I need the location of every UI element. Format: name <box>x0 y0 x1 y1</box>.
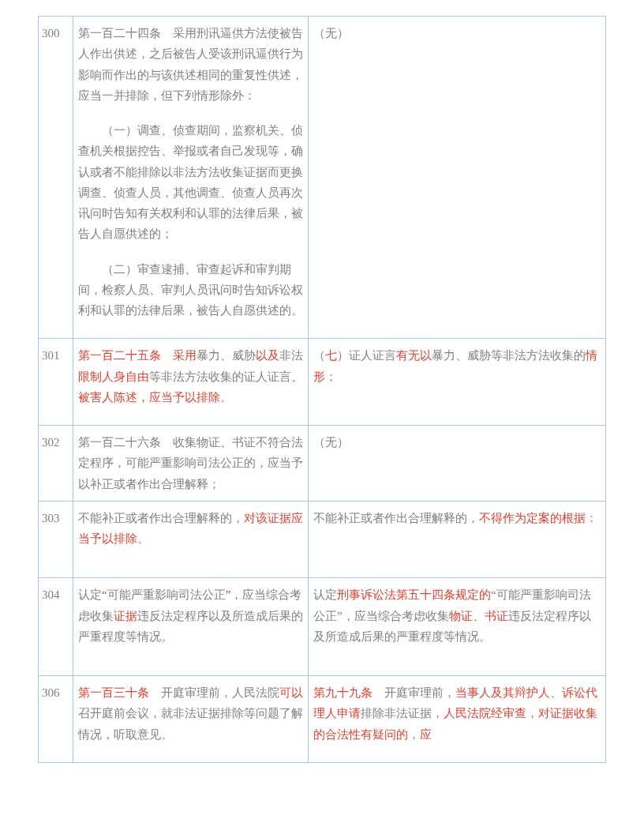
paragraph: （无） <box>313 432 601 453</box>
text-run: （ <box>313 349 325 362</box>
left-cell: 第一百二十六条 收集物证、书证不符合法定程序，可能严重影响司法公正的，应当予以补… <box>73 426 309 502</box>
table-row: 304认定“可能严重影响司法公正”，应当综合考虑收集证据违反法定程序以及所造成后… <box>39 578 606 676</box>
text-run: 限制人身自由 <box>78 370 149 383</box>
text-run: 、 <box>550 686 562 699</box>
right-cell: （七）证人证言有无以暴力、威胁等非法方法收集的情形； <box>309 339 606 426</box>
text-run: 开庭审理前， <box>373 686 455 699</box>
left-cell: 不能补正或者作出合理解释的，对该证据应当予以排除。 <box>73 501 309 578</box>
row-number: 302 <box>39 426 73 502</box>
text-run: 证据 <box>114 610 137 622</box>
text-run: 可以 <box>279 686 303 699</box>
table-row: 303不能补正或者作出合理解释的，对该证据应当予以排除。不能补正或者作出合理解释… <box>39 501 606 578</box>
comparison-table: 300第一百二十四条 采用刑讯逼供方法使被告人作出供述，之后被告人受该刑讯逼供行… <box>38 16 606 763</box>
row-number: 306 <box>39 676 73 763</box>
paragraph: （一）调查、侦查期间，监察机关、侦查机关根据控告、举报或者自己发现等，确认或者不… <box>78 120 303 245</box>
text-run: 。 <box>220 391 232 404</box>
text-run: 以及 <box>256 349 279 362</box>
text-run: 暴力、威胁等非法方法收集的 <box>432 349 586 362</box>
right-cell: 第九十九条 开庭审理前，当事人及其辩护人、诉讼代理人申请排除非法证据，人民法院经… <box>309 676 606 763</box>
right-cell: 认定刑事诉讼法第五十四条规定的“可能严重影响司法公正”，应当综合考虑收集物证、书… <box>309 578 606 676</box>
paragraph: 第一百二十四条 采用刑讯逼供方法使被告人作出供述，之后被告人受该刑讯逼供行为影响… <box>78 23 303 106</box>
paragraph: 第一百三十条 开庭审理前，人民法院可以召开庭前会议，就非法证据排除等问题了解情况… <box>78 682 303 745</box>
paragraph: 认定“可能严重影响司法公正”，应当综合考虑收集证据违反法定程序以及所造成后果的严… <box>78 584 303 647</box>
row-number: 300 <box>39 17 73 339</box>
text-run: 开庭审理前，人民法院 <box>149 686 279 699</box>
text-run: 第一百二十六条 收集物证、书证不符合法定程序，可能严重影响司法公正的，应当予以补… <box>78 436 303 490</box>
text-run: （无） <box>313 436 349 449</box>
text-run: ）证人证言 <box>337 349 396 362</box>
row-number: 304 <box>39 578 73 676</box>
right-cell: （无） <box>309 17 606 339</box>
paragraph: 第九十九条 开庭审理前，当事人及其辩护人、诉讼代理人申请排除非法证据，人民法院经… <box>313 682 601 745</box>
text-run: 暴力、威胁 <box>197 349 256 362</box>
text-run: 人民法院经审查 <box>444 707 526 719</box>
text-run: 当事人及其辩护人 <box>455 686 550 699</box>
text-run: 认定 <box>313 588 337 601</box>
text-run: （无） <box>313 27 349 39</box>
paragraph: 不能补正或者作出合理解释的，不得作为定案的根据： <box>313 508 601 528</box>
text-run: 不能补正或者作出合理解释的， <box>78 512 244 524</box>
text-run: 第九十九条 <box>313 686 373 699</box>
text-run: 第一百二十五条 采用 <box>78 349 197 362</box>
row-number: 303 <box>39 501 73 578</box>
text-run: （二）审查逮捕、审查起诉和审判期间，检察人员、审判人员讯问时告知诉讼权利和认罪的… <box>78 263 303 317</box>
table-row: 301第一百二十五条 采用暴力、威胁以及非法限制人身自由等非法方法收集的证人证言… <box>39 339 606 426</box>
table-row: 306第一百三十条 开庭审理前，人民法院可以召开庭前会议，就非法证据排除等问题了… <box>39 676 606 763</box>
text-run: 第一百二十四条 采用刑讯逼供方法使被告人作出供述，之后被告人受该刑讯逼供行为影响… <box>78 27 303 102</box>
left-cell: 认定“可能严重影响司法公正”，应当综合考虑收集证据违反法定程序以及所造成后果的严… <box>73 578 309 676</box>
paragraph: （二）审查逮捕、审查起诉和审判期间，检察人员、审判人员讯问时告知诉讼权利和认罪的… <box>78 259 303 321</box>
table-row: 302第一百二十六条 收集物证、书证不符合法定程序，可能严重影响司法公正的，应当… <box>39 426 606 502</box>
text-run: 召开庭前会议，就非法证据排除等问题了解情况，听取意见。 <box>78 707 303 740</box>
paragraph: 不能补正或者作出合理解释的，对该证据应当予以排除。 <box>78 508 303 550</box>
paragraph: 第一百二十六条 收集物证、书证不符合法定程序，可能严重影响司法公正的，应当予以补… <box>78 432 303 494</box>
text-run: ， <box>408 728 420 741</box>
text-run: 非法 <box>279 349 303 362</box>
text-run: ： <box>586 512 597 524</box>
text-run: 排除非法证据， <box>361 707 444 719</box>
paragraph: 第一百二十五条 采用暴力、威胁以及非法限制人身自由等非法方法收集的证人证言、被害… <box>78 345 303 408</box>
text-run: 七 <box>325 349 337 362</box>
text-run: 可能严重影响司法公正 <box>107 588 226 601</box>
left-cell: 第一百二十五条 采用暴力、威胁以及非法限制人身自由等非法方法收集的证人证言、被害… <box>73 339 309 426</box>
text-run: 有无以 <box>396 349 432 362</box>
paragraph: （无） <box>313 23 601 43</box>
text-run: “ <box>102 588 107 601</box>
text-run: 认定 <box>78 588 102 601</box>
text-run: ， <box>526 707 538 719</box>
text-run: 不能补正或者作出合理解释的， <box>313 512 479 524</box>
left-cell: 第一百三十条 开庭审理前，人民法院可以召开庭前会议，就非法证据排除等问题了解情况… <box>73 676 309 763</box>
row-number: 301 <box>39 339 73 426</box>
text-run: 等非法方法收集的证人证言 <box>149 370 291 383</box>
text-run: 、 <box>473 610 485 622</box>
table-row: 300第一百二十四条 采用刑讯逼供方法使被告人作出供述，之后被告人受该刑讯逼供行… <box>39 17 606 339</box>
text-run: ； <box>325 370 337 383</box>
text-run: 物证 <box>449 610 473 622</box>
right-cell: （无） <box>309 426 606 502</box>
text-run: 应 <box>420 728 432 741</box>
paragraph: 认定刑事诉讼法第五十四条规定的“可能严重影响司法公正”，应当综合考虑收集物证、书… <box>313 584 601 647</box>
text-run: 第一百三十条 <box>78 686 149 699</box>
left-cell: 第一百二十四条 采用刑讯逼供方法使被告人作出供述，之后被告人受该刑讯逼供行为影响… <box>73 17 309 339</box>
text-run: 。 <box>137 532 149 545</box>
paragraph: （七）证人证言有无以暴力、威胁等非法方法收集的情形； <box>313 345 601 387</box>
text-run: （一）调查、侦查期间，监察机关、侦查机关根据控告、举报或者自己发现等，确认或者不… <box>78 124 303 240</box>
text-run: 刑事诉讼法第五十四条规定的 <box>337 588 491 601</box>
text-run: 书证 <box>485 610 508 622</box>
right-cell: 不能补正或者作出合理解释的，不得作为定案的根据： <box>309 501 606 578</box>
text-run: 不得作为定案的根据 <box>479 512 586 524</box>
